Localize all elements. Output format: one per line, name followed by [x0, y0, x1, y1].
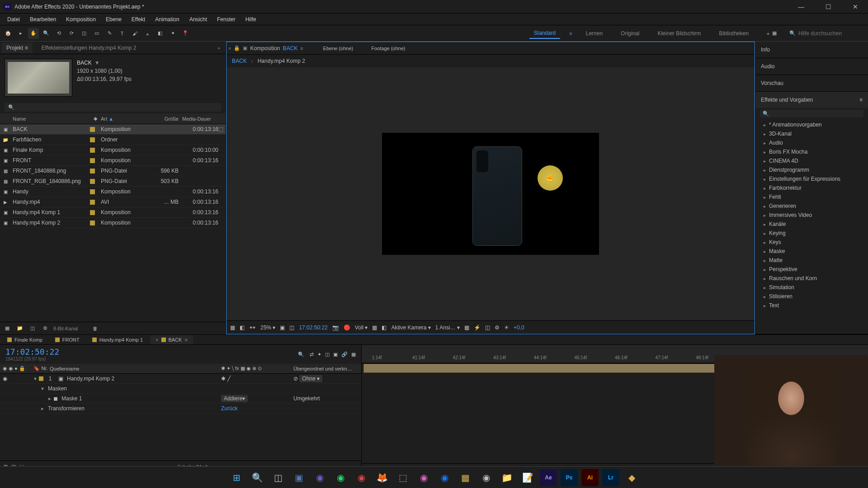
project-item[interactable]: 📁 Farbflächen Ordner — [0, 135, 226, 145]
taskbar-notes-icon[interactable]: ▦ — [457, 469, 474, 486]
new-comp-icon[interactable]: ◫ — [28, 324, 37, 333]
close-button[interactable]: ✕ — [846, 3, 864, 10]
zoom-dropdown[interactable]: 25% ▾ — [260, 324, 275, 331]
taskbar-opera-icon[interactable]: ◉ — [353, 469, 370, 486]
project-item[interactable]: ▣ Handy.mp4 Komp 2 Komposition 0:00:13:1… — [0, 218, 226, 228]
taskbar-teams-icon[interactable]: ◉ — [311, 469, 328, 486]
workspace-bibliotheken[interactable]: Bibliotheken — [714, 28, 753, 38]
item-color-swatch[interactable] — [90, 148, 95, 153]
menu-ansicht[interactable]: Ansicht — [185, 14, 212, 24]
effects-menu-icon[interactable]: ≡ — [859, 97, 863, 103]
fast-preview-icon[interactable]: ⚡ — [474, 324, 481, 331]
trash-icon[interactable]: 🗑 — [90, 324, 99, 333]
effects-category[interactable]: ▸Perspektive — [755, 265, 868, 274]
snapshot-icon[interactable]: 📷 — [332, 324, 339, 331]
orbit-tool[interactable]: ⟲ — [53, 28, 64, 39]
col-art[interactable]: Art ▲ — [101, 116, 151, 122]
parent-dropdown[interactable]: Ohne ▾ — [299, 375, 322, 382]
item-color-swatch[interactable] — [90, 137, 95, 142]
expand-icon[interactable]: ▾ — [39, 385, 46, 392]
col-media-dauer[interactable]: Media-Dauer — [182, 116, 226, 122]
comp-tab-monitor-icon[interactable]: ▣ — [243, 45, 247, 51]
taskbar-ae-icon[interactable]: Ae — [540, 469, 557, 486]
expand-icon[interactable]: ▸ — [764, 294, 767, 299]
eraser-tool[interactable]: ◧ — [155, 28, 165, 39]
camera-tool[interactable]: ◫ — [79, 28, 90, 39]
eye-icon[interactable]: ◉ — [3, 375, 7, 382]
tl-tool-icon[interactable]: 🔗 — [341, 352, 348, 357]
tl-tool-icon[interactable]: ◫ — [325, 352, 330, 357]
mask-icon[interactable]: ◧ — [240, 324, 245, 331]
zoom-tool[interactable]: 🔍 — [41, 28, 52, 39]
taskbar-explorer-icon[interactable]: ▣ — [290, 469, 307, 486]
comp-tab-name[interactable]: BACK — [283, 45, 297, 52]
3d-icon[interactable]: ◫ — [485, 324, 490, 331]
item-color-swatch[interactable] — [90, 127, 95, 132]
project-search[interactable]: 🔍 — [5, 103, 221, 112]
taskbar-ps-icon[interactable]: Ps — [561, 469, 578, 486]
workspace-overflow-icon[interactable]: » — [767, 31, 769, 36]
item-color-swatch[interactable] — [90, 189, 95, 194]
col-name[interactable]: Name — [11, 116, 90, 122]
expand-icon[interactable]: ▸ — [764, 186, 767, 191]
selection-tool[interactable]: ▸ — [15, 28, 26, 39]
timeline-tab[interactable]: Handy.mp4 Komp 1 — [87, 335, 148, 344]
tl-tool-icon[interactable]: ⇄ — [310, 352, 314, 357]
menu-fenster[interactable]: Fenster — [212, 14, 240, 24]
menu-komposition[interactable]: Komposition — [61, 14, 100, 24]
comp-tab-lock-icon[interactable]: 🔒 — [234, 45, 240, 51]
channels-icon[interactable]: 🔴 — [344, 324, 350, 331]
effects-category[interactable]: ▸CINEMA 4D — [755, 156, 868, 165]
taskbar-lr-icon[interactable]: Lr — [602, 469, 619, 486]
expand-icon[interactable]: ▸ — [764, 231, 767, 236]
item-color-swatch[interactable] — [90, 221, 95, 225]
breadcrumb-back[interactable]: BACK — [232, 58, 247, 64]
layer-row[interactable]: ◉ ▾ 1 ▣ Handy.mp4 Komp 2 ✱╱ ⊘ Ohne ▾ — [0, 374, 361, 384]
taskbar-search-icon[interactable]: 🔍 — [249, 469, 266, 486]
expand-icon[interactable]: ▸ — [46, 395, 53, 402]
item-color-swatch[interactable] — [90, 179, 95, 184]
panel-collapse-icon[interactable]: » — [214, 45, 224, 51]
effects-category[interactable]: ▸Stilisieren — [755, 292, 868, 301]
resolution-dropdown[interactable]: Voll ▾ — [355, 324, 368, 331]
project-item[interactable]: ▦ FRONT_1840886.png PNG-Datei 596 KB — [0, 166, 226, 176]
effects-category[interactable]: ▸Immersives Video — [755, 211, 868, 220]
grid-icon[interactable]: ▦ — [230, 324, 235, 331]
project-item[interactable]: ▣ FRONT Komposition 0:00:13:16 — [0, 155, 226, 166]
mask-row[interactable]: ▸ ◼ Maske 1 Addiere▾ Umgekehrt — [0, 394, 361, 404]
ebene-tab[interactable]: Ebene (ohne) — [323, 46, 354, 51]
layer-color-swatch[interactable] — [39, 376, 43, 381]
taskbar-obs-icon[interactable]: ◉ — [477, 469, 495, 486]
expand-icon[interactable]: ▸ — [764, 285, 767, 290]
region-icon[interactable]: ◫ — [289, 324, 294, 331]
expand-icon[interactable]: ▸ — [764, 122, 767, 127]
pen-tool[interactable]: ✎ — [104, 28, 115, 39]
effects-category[interactable]: ▸Farbkorrektur — [755, 183, 868, 192]
mask-invert-label[interactable]: Umgekehrt — [293, 395, 361, 402]
bit-depth[interactable]: 8-Bit-Kanal — [53, 326, 78, 331]
footage-tab[interactable]: Footage (ohne) — [371, 46, 405, 51]
project-item[interactable]: ▣ Finale Komp Komposition 0:00:10:00 — [0, 145, 226, 155]
expand-icon[interactable]: ▸ — [764, 168, 767, 173]
effects-category[interactable]: ▸Keying — [755, 229, 868, 238]
timeline-timecode[interactable]: 17:02:50:22 — [5, 347, 59, 357]
timeline-search-icon[interactable]: 🔍 — [298, 352, 304, 357]
effects-category[interactable]: ▸Simulation — [755, 283, 868, 292]
hand-tool[interactable]: ✋ — [28, 28, 39, 39]
brush-tool[interactable]: 🖌 — [129, 28, 140, 39]
expand-icon[interactable]: ▸ — [764, 258, 767, 263]
masks-group-row[interactable]: ▾ Masken — [0, 384, 361, 394]
clone-tool[interactable]: ⟁ — [142, 28, 153, 39]
transform-reset-link[interactable]: Zurück — [221, 405, 238, 412]
guide-icon[interactable]: ▦ — [372, 324, 377, 331]
taskbar-sn-icon[interactable]: ◆ — [623, 469, 640, 486]
effects-category[interactable]: ▸Matte — [755, 256, 868, 265]
menu-bearbeiten[interactable]: Bearbeiten — [25, 14, 61, 24]
menu-datei[interactable]: Datei — [3, 14, 24, 24]
tab-close-icon[interactable]: × — [156, 337, 158, 343]
expand-icon[interactable]: ▸ — [764, 222, 767, 227]
menu-effekt[interactable]: Effekt — [127, 14, 150, 24]
parent-link-icon[interactable]: ⊘ — [293, 375, 298, 382]
effects-category[interactable]: ▸Generieren — [755, 202, 868, 211]
rotate-tool[interactable]: ⟳ — [66, 28, 77, 39]
